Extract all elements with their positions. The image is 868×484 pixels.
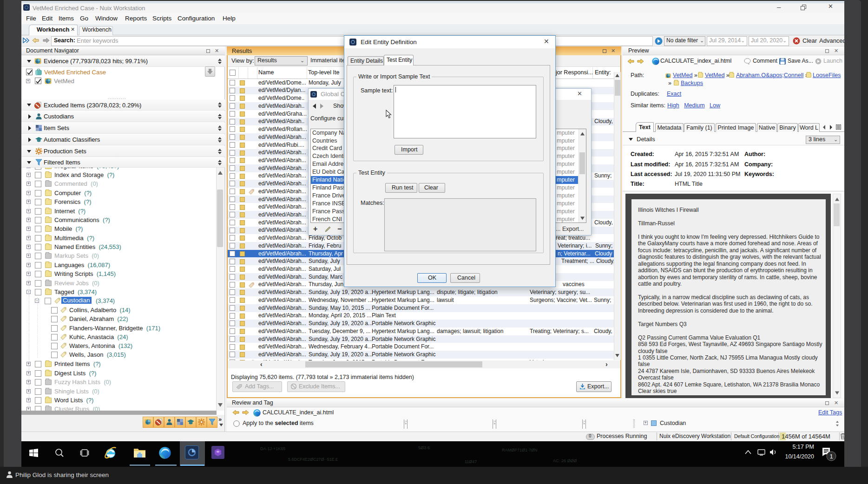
svg-text:1: 1 (829, 453, 833, 460)
